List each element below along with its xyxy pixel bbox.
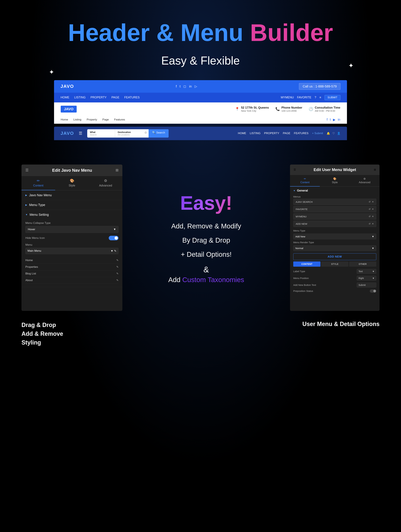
section-menu-type-header[interactable]: ▶ Menu Type (21, 200, 122, 210)
tab-advanced-left[interactable]: ⚙ Advanced (89, 176, 122, 190)
wn-page[interactable]: Page (102, 118, 109, 121)
nav-mymenu[interactable]: MYMENU (281, 96, 294, 99)
mockup-nav-right-1: MYMENU FAVORITE ? ≡ SUBMIT (281, 95, 340, 100)
rp-mymenu-reload-icon[interactable]: ↺ (369, 215, 371, 218)
hide-menu-icon-row: Hide Menu Icon (25, 236, 118, 240)
preposition-toggle[interactable] (370, 289, 376, 293)
nav-property-3[interactable]: PROPERTY (264, 132, 279, 135)
rp-addnew-remove-icon[interactable]: ✕ (372, 222, 374, 225)
section-javo-nav-header[interactable]: ▶ Javo Nav Menu (21, 190, 122, 200)
menu-item-edit-about[interactable]: ✎ (116, 279, 118, 282)
cs-tab-style[interactable]: STYLE (321, 261, 348, 267)
section-menu-setting-header[interactable]: ▼ Menu Setting (21, 210, 122, 220)
menu-item-name-home: Home (25, 259, 33, 262)
rp-addnew-reload-icon[interactable]: ↺ (369, 222, 371, 225)
search-gear-icon[interactable]: ⚙ (143, 129, 149, 138)
rp-render-type-select[interactable]: Normal ▼ (293, 245, 376, 251)
wn-property[interactable]: Property (87, 118, 97, 121)
rp-tab-advanced[interactable]: ⚙ Advanced (350, 175, 380, 186)
rp-favorite-reload-icon[interactable]: ↺ (369, 208, 371, 210)
sparkle-icon-left: ✦ (49, 68, 54, 76)
rp-mymenu-remove-icon[interactable]: ✕ (372, 215, 374, 218)
tab-style-left[interactable]: 🎨 Style (55, 176, 89, 190)
right-panel-body: ▼ General Menus AJAX SEARCH ↺ ✕ FAVORITE (290, 187, 380, 294)
menu-item-edit-properties[interactable]: ✎ (116, 265, 118, 268)
rp-content-tab-icon: ✏ (304, 177, 306, 180)
menu-item-edit-blog[interactable]: ✎ (116, 272, 118, 275)
left-panel-header: ☰ Edit Javo Nav Menu ⊞ (21, 165, 122, 176)
menu-item-name-blog: Blog List (25, 272, 36, 275)
hide-menu-toggle[interactable] (109, 236, 118, 240)
panel-grid-icon[interactable]: ⊞ (116, 168, 118, 172)
wn-listing[interactable]: Listing (73, 118, 81, 121)
nav-home-1[interactable]: HOME (61, 96, 69, 99)
search-what-field[interactable]: What Search (87, 129, 115, 138)
wn-home[interactable]: Home (61, 118, 68, 121)
hamburger-icon-3[interactable]: ☰ (79, 131, 82, 136)
cs-tab-other[interactable]: OTHER (349, 261, 376, 267)
menu-item-edit-home[interactable]: ✎ (116, 259, 118, 262)
rp-general-section[interactable]: ▼ General (290, 187, 380, 195)
section-menu-type: ▶ Menu Type (21, 200, 122, 210)
rp-general-title: General (297, 189, 308, 192)
user-icon-3[interactable]: 👤 (337, 132, 340, 135)
nav-menu-icon[interactable]: ≡ (319, 96, 321, 99)
sparkle-icon-right: ✦ (348, 62, 354, 69)
nav-listing-3[interactable]: LISTING (250, 132, 260, 135)
add-new-button-text-value[interactable]: Submit (357, 283, 376, 287)
rp-advanced-tab-label: Advanced (359, 181, 370, 184)
wn-in-icon: in (338, 118, 340, 122)
nav-favorite[interactable]: FAVORITE (297, 96, 311, 99)
nav-page-3[interactable]: PAGE (283, 132, 290, 135)
nav-submit-3[interactable]: + Submit (312, 132, 323, 135)
hero-title-pink: Builder (243, 19, 333, 46)
rp-ajax-reload-icon[interactable]: ↺ (369, 201, 371, 203)
rp-favorite-remove-icon[interactable]: ✕ (372, 208, 374, 210)
search-geo-field[interactable]: Geolocation All Locations (115, 129, 143, 138)
add-new-button[interactable]: ADD NEW (293, 253, 376, 260)
description-line-3: + Detail Options! (181, 249, 232, 260)
nav-icons-3: 🔔 ♡ 👤 (327, 132, 340, 135)
custom-tax-line: Add Custom Taxonomies (168, 276, 244, 284)
section-label-2: Menu Type (29, 203, 45, 207)
rp-tab-content[interactable]: ✏ Content (290, 175, 320, 186)
menu-position-select[interactable]: Right ▼ (357, 276, 376, 281)
nav-help-icon[interactable]: ? (315, 96, 316, 99)
rp-menu-type-select[interactable]: Add New ▼ (293, 234, 376, 239)
mockup-logo-3: JAVO (61, 131, 74, 136)
rp-ajax-remove-icon[interactable]: ✕ (372, 201, 374, 203)
rp-grid-icon[interactable]: ⊞ (374, 168, 376, 171)
call-button[interactable]: Call us : 1-888-589-579 (299, 83, 340, 90)
menu-field-label: Menu (25, 243, 118, 247)
rp-hamburger-icon[interactable]: ☰ (294, 168, 296, 171)
nav-page-1[interactable]: PAGE (111, 96, 119, 99)
section-arrow-3: ▼ (25, 213, 28, 216)
label-type-select[interactable]: Text ▼ (357, 269, 376, 274)
nav-features-3[interactable]: FEATURES (294, 132, 308, 135)
cs-tab-content[interactable]: CONTENT (293, 261, 320, 267)
rp-tab-style[interactable]: 🎨 Style (320, 175, 349, 186)
nav-listing-1[interactable]: LISTING (74, 96, 86, 99)
nav-property-1[interactable]: PROPERTY (91, 96, 107, 99)
panel-hamburger-icon[interactable]: ☰ (25, 168, 29, 172)
social-icon-tw: t (180, 85, 181, 88)
nav-home-3[interactable]: HOME (238, 132, 246, 135)
submit-btn-1[interactable]: SUBMIT (324, 95, 340, 100)
heart-icon-3[interactable]: ♡ (332, 132, 335, 135)
bell-icon-3[interactable]: 🔔 (327, 132, 330, 135)
rp-content-tab-label: Content (300, 181, 310, 184)
search-button-3[interactable]: 🔍 Search (149, 129, 169, 138)
nav-features-1[interactable]: FEATURES (124, 96, 140, 99)
rp-menu-list: AJAX SEARCH ↺ ✕ FAVORITE ↺ ✕ (290, 199, 380, 229)
description-line-2: By Drag & Drop (182, 235, 230, 246)
menu-item-home: Home ✎ (25, 257, 118, 264)
menu-main-select[interactable]: Main Menu ▼ ✎ (25, 248, 118, 254)
rp-menu-type-label: Menu Type (290, 229, 380, 233)
time-info: 🕐 Consultation Time AM 9:00 - PM 8:00 (309, 106, 340, 112)
wn-features[interactable]: Features (114, 118, 125, 121)
custom-taxonomies-link[interactable]: Custom Taxonomies (182, 276, 244, 284)
collapse-type-select[interactable]: Hover ▼ (25, 226, 118, 233)
section-menu-setting: ▼ Menu Setting Menu Collapse Type Hover … (21, 210, 122, 287)
phone-icon: 📞 (275, 107, 280, 111)
tab-content-left[interactable]: ✏ Content (21, 176, 55, 190)
